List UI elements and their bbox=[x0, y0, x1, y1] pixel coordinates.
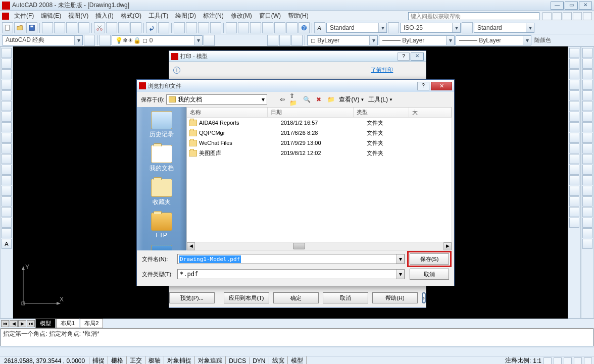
toggle-snap[interactable]: 捕捉 bbox=[89, 356, 108, 364]
annoviz-icon[interactable] bbox=[554, 357, 562, 365]
table-icon[interactable] bbox=[2, 228, 12, 238]
layer-props-icon[interactable] bbox=[100, 35, 111, 46]
offset-icon[interactable] bbox=[569, 80, 579, 90]
jog-line-icon[interactable] bbox=[582, 218, 592, 228]
break-icon[interactable] bbox=[569, 175, 579, 185]
expand-button[interactable]: › bbox=[422, 292, 426, 303]
col-date[interactable]: 日期 bbox=[268, 108, 354, 117]
file-row[interactable]: 美图图库 2019/8/12 12:02 文件夹 bbox=[187, 148, 452, 158]
tool-palette-icon[interactable] bbox=[250, 22, 261, 33]
preview-button[interactable]: 预览(P)... bbox=[169, 292, 215, 303]
place-mydocs[interactable]: 我的文档 bbox=[137, 143, 186, 177]
dim-tedit-icon[interactable] bbox=[582, 239, 592, 249]
dim-ang-icon[interactable] bbox=[582, 122, 592, 132]
xline-icon[interactable] bbox=[2, 59, 12, 69]
dim-dia-icon[interactable] bbox=[582, 112, 592, 122]
tab-next-icon[interactable]: ▶ bbox=[18, 320, 26, 327]
rectangle-icon[interactable] bbox=[2, 90, 12, 100]
help-icon[interactable] bbox=[573, 12, 582, 20]
tolerance-icon[interactable] bbox=[582, 186, 592, 196]
tab-model[interactable]: 模型 bbox=[35, 319, 56, 328]
line-icon[interactable] bbox=[2, 48, 12, 58]
toggle-dyn[interactable]: DYN bbox=[250, 357, 269, 365]
paste-icon[interactable] bbox=[118, 22, 129, 33]
markup-icon[interactable] bbox=[274, 22, 285, 33]
gradient-icon[interactable] bbox=[2, 207, 12, 217]
browse-dialog-close-icon[interactable]: ✕ bbox=[431, 82, 452, 90]
dim-quick-icon[interactable] bbox=[582, 133, 592, 143]
toggle-model[interactable]: 模型 bbox=[288, 356, 307, 364]
dim-style-combo[interactable]: ISO-25▾ bbox=[400, 23, 461, 33]
status-clean-icon[interactable] bbox=[584, 357, 592, 365]
view-menu[interactable]: 查看(V)▼ bbox=[338, 95, 365, 104]
region-icon[interactable] bbox=[2, 218, 12, 228]
help-button[interactable]: 帮助(H) bbox=[372, 292, 418, 303]
linetype-combo[interactable]: ——— ByLayer▾ bbox=[379, 35, 455, 45]
properties-icon[interactable] bbox=[226, 22, 237, 33]
calc-icon[interactable] bbox=[286, 22, 298, 33]
layer-prev-icon[interactable] bbox=[204, 35, 215, 46]
layer-iso-icon[interactable] bbox=[279, 35, 290, 46]
close-button[interactable]: ✕ bbox=[579, 2, 592, 10]
toggle-grid[interactable]: 栅格 bbox=[108, 356, 127, 364]
sheet-set-icon[interactable] bbox=[262, 22, 273, 33]
browse-cancel-button[interactable]: 取消 bbox=[410, 269, 449, 280]
maximize-button[interactable]: ▭ bbox=[565, 2, 578, 10]
file-row[interactable]: AIDA64 Reports 2018/1/2 16:57 文件夹 bbox=[187, 118, 452, 128]
tab-layout1[interactable]: 布局1 bbox=[56, 319, 79, 328]
help-tb-icon[interactable]: ? bbox=[299, 22, 310, 33]
dim-linear-icon[interactable] bbox=[582, 48, 592, 58]
menu-format[interactable]: 格式(O) bbox=[118, 11, 144, 21]
zoom-window-icon[interactable] bbox=[198, 22, 209, 33]
center-mark-icon[interactable] bbox=[582, 196, 592, 206]
menu-file[interactable]: 文件(F) bbox=[11, 11, 37, 21]
design-center-icon[interactable] bbox=[238, 22, 249, 33]
comm-center-icon[interactable] bbox=[553, 12, 562, 20]
place-desktop[interactable]: 桌面 bbox=[137, 243, 186, 250]
toggle-polar[interactable]: 极轴 bbox=[145, 356, 164, 364]
plot-icon[interactable] bbox=[78, 22, 89, 33]
text-style-icon[interactable]: A bbox=[314, 22, 325, 33]
copy-obj-icon[interactable] bbox=[569, 59, 579, 69]
explode-icon[interactable] bbox=[569, 218, 579, 228]
zoom-realtime-icon[interactable] bbox=[186, 22, 197, 33]
point-icon[interactable] bbox=[2, 186, 12, 196]
delete-icon[interactable]: ✖ bbox=[314, 94, 324, 105]
revcloud-icon[interactable] bbox=[2, 122, 12, 132]
rotate-icon[interactable] bbox=[569, 112, 579, 122]
menu-modify[interactable]: 修改(M) bbox=[228, 11, 255, 21]
filetype-combo[interactable]: *.pdf ▾ bbox=[177, 269, 405, 279]
dim-aligned-icon[interactable] bbox=[582, 59, 592, 69]
up-icon[interactable]: ⇧📁 bbox=[289, 94, 300, 105]
learn-print-link[interactable]: 了解打印 bbox=[371, 66, 393, 74]
make-block-icon[interactable] bbox=[2, 175, 12, 185]
tab-first-icon[interactable]: ⏮ bbox=[1, 320, 9, 327]
dim-style-icon[interactable] bbox=[388, 22, 399, 33]
color-combo[interactable]: ◻ ByLayer▾ bbox=[307, 35, 378, 45]
tab-prev-icon[interactable]: ◀ bbox=[10, 320, 18, 327]
array-icon[interactable] bbox=[569, 90, 579, 100]
layer-combo[interactable]: 💡❄☀🔒 ◻ 0▾ bbox=[112, 35, 203, 45]
workspace-combo[interactable]: AutoCAD 经典▾ bbox=[2, 35, 83, 45]
mtext-icon[interactable]: A bbox=[2, 239, 12, 249]
menu-dim[interactable]: 标注(N) bbox=[200, 11, 227, 21]
dim-break-icon[interactable] bbox=[582, 175, 592, 185]
toggle-lwt[interactable]: 线宽 bbox=[269, 356, 288, 364]
preview-icon[interactable] bbox=[54, 22, 65, 33]
search-web-icon[interactable]: 🔍 bbox=[302, 94, 312, 105]
tab-last-icon[interactable]: ⏭ bbox=[27, 320, 35, 327]
browse-dialog-help-icon[interactable]: ? bbox=[417, 82, 429, 90]
save-button[interactable]: 保存(S) bbox=[410, 253, 449, 265]
menu-edit[interactable]: 编辑(E) bbox=[38, 11, 64, 21]
cut-icon[interactable] bbox=[94, 22, 105, 33]
pan-icon[interactable] bbox=[174, 22, 185, 33]
favorites-icon[interactable] bbox=[563, 12, 572, 20]
status-lock-icon[interactable] bbox=[564, 357, 572, 365]
status-tray-icon[interactable] bbox=[574, 357, 582, 365]
menu-insert[interactable]: 插入(I) bbox=[92, 11, 116, 21]
annoscale-icon[interactable] bbox=[543, 357, 552, 365]
toggle-ducs[interactable]: DUCS bbox=[226, 357, 250, 365]
help-search-input[interactable] bbox=[408, 12, 539, 20]
redo-icon[interactable] bbox=[158, 22, 169, 33]
file-list-hscroll[interactable]: ◀ ▶ bbox=[187, 242, 452, 250]
